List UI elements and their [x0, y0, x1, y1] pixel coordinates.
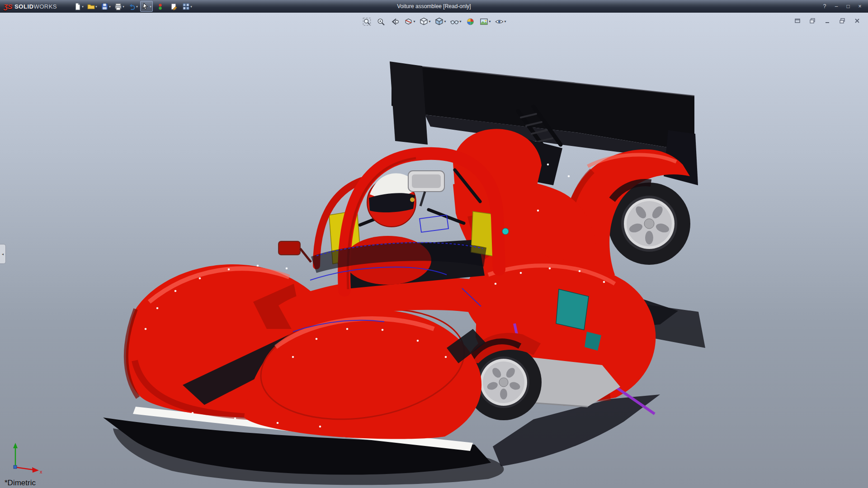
- brand-bold: SOLID: [14, 3, 33, 10]
- window-title: Voiture assomblee [Read-only]: [397, 0, 471, 13]
- save-icon: [101, 3, 108, 10]
- zoom-to-fit-icon: [362, 17, 371, 26]
- brand-light: WORKS: [33, 3, 57, 10]
- view-orientation-button[interactable]: ▾: [418, 15, 432, 28]
- dropdown-caret-icon[interactable]: ▾: [82, 5, 84, 8]
- car-model[interactable]: [0, 13, 868, 488]
- wing-endplate-left[interactable]: [390, 61, 428, 145]
- doc-window-b-button[interactable]: [806, 15, 819, 26]
- options-button[interactable]: ▾: [181, 1, 193, 12]
- new-document-icon: [74, 3, 81, 10]
- doc-window-icon: [794, 18, 801, 24]
- edit-appearance-button[interactable]: [464, 15, 477, 28]
- view-orientation-label: *Dimetric: [5, 479, 36, 488]
- minimize-button[interactable]: –: [833, 3, 840, 9]
- edit-appearance-icon: [466, 17, 475, 26]
- y-axis-arrow: [13, 443, 18, 467]
- orientation-triad: x: [8, 442, 47, 476]
- doc-close-button[interactable]: [851, 15, 863, 26]
- dropdown-caret-icon[interactable]: ▾: [123, 5, 124, 8]
- open-folder-icon: [87, 3, 95, 10]
- zoom-to-area-button[interactable]: [374, 15, 387, 28]
- doc-window-alt-icon: [809, 18, 816, 24]
- dropdown-caret-icon[interactable]: ▾: [109, 5, 111, 8]
- zoom-to-fit-button[interactable]: [360, 15, 373, 28]
- maximize-button[interactable]: □: [844, 3, 852, 9]
- select-cursor-icon: [142, 3, 149, 10]
- section-view-button[interactable]: ▾: [402, 15, 416, 28]
- doc-window-a-button[interactable]: [791, 15, 804, 26]
- open-button[interactable]: ▾: [86, 1, 99, 12]
- solidworks-logo: ƷS SOLIDWORKS: [0, 3, 57, 10]
- dropdown-caret-icon[interactable]: ▾: [190, 5, 192, 8]
- print-icon: [114, 3, 122, 10]
- window-controls: ? – □ ×: [821, 3, 868, 9]
- dropdown-caret-icon[interactable]: ▾: [95, 5, 97, 8]
- doc-restore-icon: [839, 18, 845, 24]
- previous-view-icon: [390, 17, 399, 26]
- apply-scene-icon: [480, 17, 489, 26]
- solidworks-logo-mark: ƷS: [4, 3, 12, 10]
- rebuild-button[interactable]: [154, 1, 166, 12]
- teal-marker: [502, 228, 509, 235]
- hide-show-items-button[interactable]: ▾: [449, 15, 463, 28]
- document-window-controls: [791, 15, 863, 26]
- side-window[interactable]: [556, 289, 589, 330]
- dropdown-caret-icon[interactable]: ▾: [429, 20, 430, 23]
- file-properties-button[interactable]: [167, 1, 180, 12]
- dropdown-caret-icon[interactable]: ▾: [413, 20, 415, 23]
- z-axis-origin: [14, 465, 17, 469]
- previous-view-button[interactable]: [388, 15, 401, 28]
- dropdown-caret-icon[interactable]: ▾: [150, 5, 151, 8]
- print-button[interactable]: ▾: [113, 1, 126, 12]
- file-properties-icon: [170, 3, 178, 10]
- new-document-button[interactable]: ▾: [72, 1, 85, 12]
- save-button[interactable]: ▾: [99, 1, 112, 12]
- hide-show-items-icon: [450, 17, 459, 26]
- undo-button[interactable]: ▾: [127, 1, 139, 12]
- select-button[interactable]: ▾: [140, 1, 153, 12]
- graphics-viewport[interactable]: ▾▾▾▾▾▾ ◂ x *Dimetric: [0, 13, 868, 488]
- dropdown-caret-icon[interactable]: ▾: [444, 20, 446, 23]
- x-axis-arrow: [15, 467, 39, 473]
- x-axis-label: x: [40, 469, 42, 474]
- view-settings-icon: [495, 17, 504, 26]
- section-view-icon: [404, 17, 413, 26]
- dropdown-caret-icon[interactable]: ▾: [136, 5, 138, 8]
- doc-restore-button[interactable]: [836, 15, 849, 26]
- close-button[interactable]: ×: [856, 3, 863, 9]
- side-mirror-left[interactable]: [278, 241, 311, 262]
- options-grid-icon: [182, 3, 190, 10]
- display-style-icon: [434, 17, 443, 26]
- view-orientation-icon: [419, 17, 428, 26]
- featuremanager-collapse-tab[interactable]: ◂: [0, 244, 6, 264]
- dropdown-caret-icon[interactable]: ▾: [460, 20, 462, 23]
- view-settings-button[interactable]: ▾: [494, 15, 508, 28]
- doc-minimize-icon: [824, 18, 830, 24]
- title-bar: ƷS SOLIDWORKS ▾▾▾▾▾▾▾ Voiture assomblee …: [0, 0, 868, 13]
- doc-close-icon: [854, 18, 860, 24]
- dropdown-caret-icon[interactable]: ▾: [505, 20, 506, 23]
- dropdown-caret-icon[interactable]: ▾: [489, 20, 491, 23]
- helmet-visor: [369, 193, 415, 212]
- undo-icon: [128, 3, 136, 10]
- application-window: ƷS SOLIDWORKS ▾▾▾▾▾▾▾ Voiture assomblee …: [0, 0, 868, 488]
- doc-minimize-button[interactable]: [821, 15, 834, 26]
- main-toolbar: ▾▾▾▾▾▾▾: [72, 1, 193, 12]
- rebuild-icon: [156, 3, 164, 10]
- display-style-button[interactable]: ▾: [433, 15, 447, 28]
- help-button[interactable]: ?: [821, 3, 828, 9]
- solidworks-logo-text: SOLIDWORKS: [14, 3, 57, 10]
- zoom-to-area-icon: [376, 17, 385, 26]
- heads-up-toolbar: ▾▾▾▾▾▾: [360, 15, 507, 28]
- apply-scene-button[interactable]: ▾: [478, 15, 492, 28]
